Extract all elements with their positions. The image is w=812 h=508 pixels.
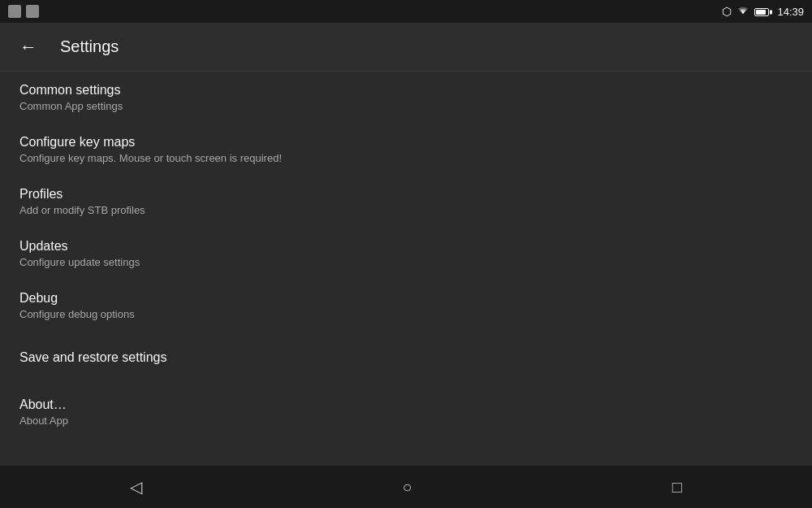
settings-item-common-settings[interactable]: Common settingsCommon App settings [0, 72, 812, 124]
divider-after-debug [0, 335, 812, 336]
settings-item-debug[interactable]: DebugConfigure debug options [0, 280, 812, 332]
settings-item-subtitle-configure-key-maps: Configure key maps. Mouse or touch scree… [19, 152, 793, 164]
battery-icon [754, 6, 769, 17]
settings-item-title-save-restore: Save and restore settings [19, 350, 793, 365]
nav-recents-icon[interactable]: □ [648, 470, 706, 505]
settings-item-subtitle-debug: Configure debug options [19, 308, 793, 320]
settings-item-subtitle-common-settings: Common App settings [19, 100, 793, 112]
settings-item-subtitle-about: About App [19, 415, 793, 427]
bluetooth-icon: ⬡ [722, 5, 732, 18]
nav-back-icon[interactable]: ◁ [106, 469, 166, 505]
settings-item-title-about: About… [19, 397, 793, 412]
app-bar: ← Settings [0, 23, 812, 72]
settings-list: Common settingsCommon App settingsConfig… [0, 72, 812, 438]
settings-item-title-common-settings: Common settings [19, 83, 793, 98]
nav-home-icon[interactable]: ○ [378, 470, 436, 505]
settings-item-title-debug: Debug [19, 291, 793, 306]
settings-item-configure-key-maps[interactable]: Configure key mapsConfigure key maps. Mo… [0, 124, 812, 176]
status-right-icons: ⬡ 14:39 [722, 5, 804, 18]
status-left-icons [8, 5, 39, 18]
settings-item-about[interactable]: About…About App [0, 386, 812, 438]
app-icon-2 [26, 5, 39, 18]
status-bar: ⬡ 14:39 [0, 0, 812, 23]
divider-after-save-restore [0, 382, 812, 383]
settings-item-subtitle-profiles: Add or modify STB profiles [19, 204, 793, 216]
settings-item-title-profiles: Profiles [19, 187, 793, 202]
settings-item-title-configure-key-maps: Configure key maps [19, 135, 793, 150]
app-icon-1 [8, 5, 21, 18]
settings-item-save-restore[interactable]: Save and restore settings [0, 339, 812, 379]
status-time: 14:39 [777, 6, 804, 18]
settings-item-updates[interactable]: UpdatesConfigure update settings [0, 228, 812, 280]
back-button[interactable]: ← [13, 30, 44, 64]
wifi-icon [736, 6, 749, 18]
settings-item-title-updates: Updates [19, 239, 793, 254]
settings-item-profiles[interactable]: ProfilesAdd or modify STB profiles [0, 176, 812, 228]
settings-item-subtitle-updates: Configure update settings [19, 256, 793, 268]
nav-bar: ◁ ○ □ [0, 466, 812, 508]
app-bar-title: Settings [60, 37, 119, 56]
